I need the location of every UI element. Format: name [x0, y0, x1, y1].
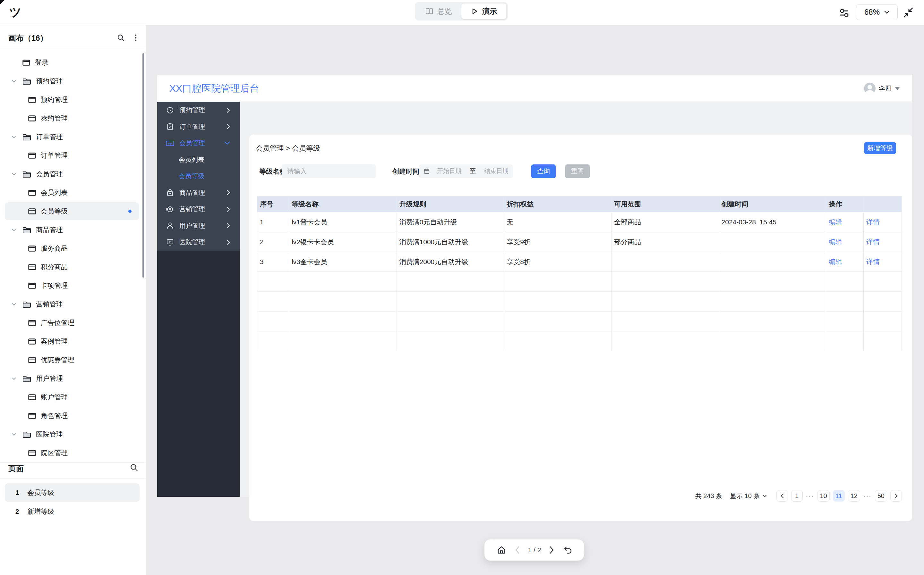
cell-create-time: 2024-03-28 15:45 [719, 212, 827, 232]
page-button-12[interactable]: 12 [848, 490, 860, 502]
tree-folder-members[interactable]: 会员管理 [0, 165, 146, 183]
prev-page-button[interactable] [776, 490, 788, 502]
tree-folder-marketing[interactable]: 营销管理 [0, 295, 146, 313]
page-button-11-active[interactable]: 11 [833, 490, 845, 502]
zoom-level-dropdown[interactable]: 68% [856, 4, 898, 20]
view-mode-switch: 总览 演示 [415, 2, 508, 21]
tree-item-case-mgmt[interactable]: 案例管理 [0, 332, 146, 351]
menu-item-users[interactable]: 用户管理 [157, 218, 240, 234]
user-menu[interactable]: 李四 [864, 75, 900, 102]
tree-item-label: 卡项管理 [41, 281, 68, 290]
chevron-right-icon [226, 124, 230, 129]
panel-scrollbar[interactable] [142, 53, 144, 278]
page-size-select[interactable]: 显示 10 条 [730, 492, 766, 500]
column-header: 可用范围 [612, 197, 719, 212]
cell-discount: 享受8折 [504, 252, 612, 272]
tree-item-label: 优惠券管理 [41, 356, 75, 364]
page-button-10[interactable]: 10 [817, 490, 830, 502]
tree-item-service-goods[interactable]: 服务商品 [0, 239, 146, 258]
search-icon[interactable] [130, 463, 139, 472]
date-range-picker[interactable]: 开始日期 至 结束日期 [419, 164, 513, 178]
frame-icon [28, 152, 36, 159]
level-name-placeholder: 请输入 [287, 167, 307, 176]
tree-item-label: 订单管理 [41, 151, 68, 160]
tree-item-label: 营销管理 [36, 300, 63, 309]
edit-link[interactable]: 编辑 [826, 212, 864, 232]
tree-folder-appointment[interactable]: 预约管理 [0, 72, 146, 91]
menu-item-marketing[interactable]: ¥ 营销管理 [157, 201, 240, 218]
page-list-item-new-level[interactable]: 2 新增等级 [0, 502, 146, 521]
edit-link[interactable]: 编辑 [826, 252, 864, 272]
tab-overview[interactable]: 总览 [416, 3, 461, 19]
next-frame-icon[interactable] [549, 546, 554, 554]
menu-item-hospital[interactable]: 医院管理 [157, 234, 240, 251]
menu-item-members[interactable]: VIP 会员管理 [157, 135, 240, 152]
layers-panel: 画布（16） 登录 预约管理 预约管理 [0, 25, 146, 575]
cell-scope [612, 252, 719, 272]
canvas-page-navigator: 1 / 2 [484, 539, 584, 561]
tree-item-coupon-mgmt[interactable]: 优惠券管理 [0, 351, 146, 369]
reset-button[interactable]: 重置 [565, 164, 590, 178]
detail-link[interactable]: 详情 [864, 252, 902, 272]
frame-icon [28, 264, 36, 270]
chevron-down-icon[interactable] [11, 228, 17, 232]
search-icon[interactable] [117, 33, 125, 42]
tree-item-label: 订单管理 [36, 132, 63, 141]
collapse-icon[interactable] [902, 6, 914, 19]
page-button-1[interactable]: 1 [791, 490, 803, 502]
app-logo[interactable]: ツ [9, 5, 21, 20]
tree-item-noshow[interactable]: 爽约管理 [0, 109, 146, 127]
corner-mark [0, 0, 5, 5]
home-icon[interactable] [497, 545, 506, 555]
detail-link[interactable]: 详情 [864, 232, 902, 252]
edit-link[interactable]: 编辑 [826, 232, 864, 252]
tab-demo[interactable]: 演示 [461, 3, 507, 19]
prev-frame-icon[interactable] [515, 546, 520, 554]
tree-item-account-mgmt[interactable]: 账户管理 [0, 388, 146, 407]
chevron-down-icon[interactable] [11, 135, 17, 138]
tree-item-role-mgmt[interactable]: 角色管理 [0, 407, 146, 425]
tree-folder-orders[interactable]: 订单管理 [0, 127, 146, 146]
detail-link[interactable]: 详情 [864, 212, 902, 232]
menu-subitem-member-level[interactable]: 会员等级 [157, 168, 240, 184]
page-button-50[interactable]: 50 [875, 490, 887, 502]
menu-subitem-member-list[interactable]: 会员列表 [157, 152, 240, 168]
next-page-button[interactable] [890, 490, 902, 502]
search-button[interactable]: 查询 [531, 164, 556, 178]
design-artboard[interactable]: XX口腔医院管理后台 李四 预约管理 订单管理 [157, 75, 912, 497]
tab-demo-label: 演示 [482, 6, 497, 16]
tree-folder-goods[interactable]: 商品管理 [0, 221, 146, 239]
tree-item-points-goods[interactable]: 积分商品 [0, 258, 146, 276]
tree-item-ad-mgmt[interactable]: 广告位管理 [0, 313, 146, 332]
tree-item-label: 广告位管理 [41, 318, 75, 327]
undo-icon[interactable] [563, 545, 572, 554]
tree-item-appointment[interactable]: 预约管理 [0, 91, 146, 109]
chevron-down-icon[interactable] [11, 172, 17, 176]
tree-item-label: 会员列表 [41, 188, 68, 197]
add-level-button[interactable]: 新增等级 [864, 142, 896, 154]
tree-item-orders[interactable]: 订单管理 [0, 146, 146, 165]
page-list-item-member-level[interactable]: 1 会员等级 [0, 483, 146, 502]
level-name-input[interactable]: 请输入 [282, 164, 376, 178]
tree-item-label: 用户管理 [36, 374, 63, 383]
tree-item-member-level[interactable]: 会员等级 [0, 202, 146, 221]
frame-icon [28, 115, 36, 121]
menu-item-goods[interactable]: 商品管理 [157, 184, 240, 201]
tree-item-member-list[interactable]: 会员列表 [0, 183, 146, 202]
chevron-down-icon[interactable] [11, 79, 17, 83]
table-header-row: 序号 等级名称 升级规则 折扣权益 可用范围 创建时间 操作 [257, 197, 902, 212]
menu-item-appointment[interactable]: 预约管理 [157, 102, 240, 119]
tree-folder-hospital[interactable]: 医院管理 [0, 425, 146, 443]
chevron-down-icon[interactable] [11, 303, 17, 306]
tree-item-label: 院区管理 [41, 448, 68, 457]
tree-item-campus-mgmt[interactable]: 院区管理 [0, 443, 146, 462]
chevron-down-icon[interactable] [11, 377, 17, 380]
chevron-down-icon[interactable] [11, 433, 17, 436]
tree-item-card-mgmt[interactable]: 卡项管理 [0, 276, 146, 295]
chevron-down-icon [884, 11, 889, 14]
tree-folder-users[interactable]: 用户管理 [0, 369, 146, 388]
menu-item-orders[interactable]: 订单管理 [157, 119, 240, 135]
tree-item-login[interactable]: 登录 [0, 53, 146, 72]
more-options-icon[interactable] [132, 33, 140, 42]
settings-sliders-icon[interactable] [838, 7, 850, 19]
